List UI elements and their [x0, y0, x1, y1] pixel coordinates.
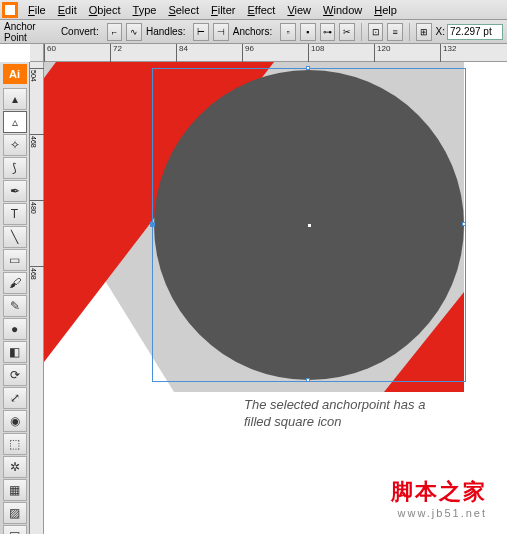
rotate-tool[interactable]: ⟳	[3, 364, 27, 386]
menu-filter[interactable]: Filter	[205, 2, 241, 18]
rectangle-tool[interactable]: ▭	[3, 249, 27, 271]
handles-hide-button[interactable]: ⊣	[213, 23, 229, 41]
anchors-add-button[interactable]: ▪	[300, 23, 316, 41]
align-button[interactable]: ≡	[387, 23, 403, 41]
separator	[361, 23, 362, 41]
menu-help[interactable]: Help	[368, 2, 403, 18]
convert-label: Convert:	[61, 26, 99, 37]
ruler-tick: 468	[30, 134, 44, 148]
anchor-point[interactable]	[306, 66, 310, 70]
anchor-point[interactable]	[462, 222, 466, 226]
convert-smooth-button[interactable]: ∿	[126, 23, 142, 41]
menu-edit[interactable]: Edit	[52, 2, 83, 18]
caption-text: The selected anchorpoint has a filled sq…	[244, 397, 425, 431]
ruler-tick: 84	[176, 44, 188, 62]
type-tool[interactable]: T	[3, 203, 27, 225]
mesh-tool[interactable]: ▨	[3, 502, 27, 524]
x-input[interactable]	[447, 24, 503, 40]
menu-window[interactable]: Window	[317, 2, 368, 18]
menu-file[interactable]: File	[22, 2, 52, 18]
graph-tool[interactable]: ▦	[3, 479, 27, 501]
ruler-tick: 72	[110, 44, 122, 62]
anchors-label: Anchors:	[233, 26, 272, 37]
line-tool[interactable]: ╲	[3, 226, 27, 248]
app-logo-icon	[2, 2, 18, 18]
horizontal-ruler[interactable]: 60728496108120132	[44, 44, 507, 62]
free-transform-tool[interactable]: ⬚	[3, 433, 27, 455]
ruler-tick: 120	[374, 44, 390, 62]
selection-tool[interactable]: ▴	[3, 88, 27, 110]
toolbox: Ai ▴▵✧⟆✒T╲▭🖌✎●◧⟳⤢◉⬚✲▦▨▤💧◗	[0, 62, 30, 534]
ruler-tick: 96	[242, 44, 254, 62]
separator	[409, 23, 410, 41]
anchor-point-selected[interactable]	[150, 222, 155, 227]
scale-tool[interactable]: ⤢	[3, 387, 27, 409]
handles-show-button[interactable]: ⊢	[193, 23, 209, 41]
anchor-point[interactable]	[306, 378, 310, 382]
reference-point-button[interactable]: ⊞	[416, 23, 432, 41]
ruler-tick: 480	[30, 200, 44, 214]
magic-wand-tool[interactable]: ✧	[3, 134, 27, 156]
caption-line: filled square icon	[244, 414, 425, 431]
eraser-tool[interactable]: ◧	[3, 341, 27, 363]
artboard	[44, 62, 464, 392]
anchors-remove-button[interactable]: ▫	[280, 23, 296, 41]
vertical-ruler[interactable]: 504468480468	[30, 62, 44, 534]
direct-selection-tool[interactable]: ▵	[3, 111, 27, 133]
pen-tool[interactable]: ✒	[3, 180, 27, 202]
control-bar: Anchor Point Convert: ⌐ ∿ Handles: ⊢ ⊣ A…	[0, 20, 507, 44]
watermark: 脚本之家 www.jb51.net	[391, 477, 487, 519]
ruler-origin[interactable]	[30, 44, 44, 62]
pencil-tool[interactable]: ✎	[3, 295, 27, 317]
watermark-url: www.jb51.net	[391, 507, 487, 519]
menu-type[interactable]: Type	[127, 2, 163, 18]
anchors-connect-button[interactable]: ⊶	[320, 23, 336, 41]
convert-corner-button[interactable]: ⌐	[107, 23, 123, 41]
menubar: FileEditObjectTypeSelectFilterEffectView…	[0, 0, 507, 20]
ai-badge-icon: Ai	[3, 64, 27, 84]
blob-brush-tool[interactable]: ●	[3, 318, 27, 340]
control-mode-label: Anchor Point	[4, 21, 53, 43]
isolate-button[interactable]: ⊡	[368, 23, 384, 41]
ruler-tick: 504	[30, 68, 44, 82]
gradient-tool[interactable]: ▤	[3, 525, 27, 534]
warp-tool[interactable]: ◉	[3, 410, 27, 432]
ruler-tick: 60	[44, 44, 56, 62]
menu-view[interactable]: View	[281, 2, 317, 18]
x-label: X:	[436, 26, 445, 37]
menu-effect[interactable]: Effect	[241, 2, 281, 18]
ruler-tick: 108	[308, 44, 324, 62]
watermark-text: 脚本之家	[391, 477, 487, 507]
lasso-tool[interactable]: ⟆	[3, 157, 27, 179]
menu-select[interactable]: Select	[162, 2, 205, 18]
handles-label: Handles:	[146, 26, 185, 37]
menu-object[interactable]: Object	[83, 2, 127, 18]
anchors-cut-button[interactable]: ✂	[339, 23, 355, 41]
ruler-tick: 468	[30, 266, 44, 280]
center-point-icon	[308, 224, 311, 227]
ruler-tick: 132	[440, 44, 456, 62]
symbol-sprayer-tool[interactable]: ✲	[3, 456, 27, 478]
paintbrush-tool[interactable]: 🖌	[3, 272, 27, 294]
canvas[interactable]: The selected anchorpoint has a filled sq…	[44, 62, 507, 534]
caption-line: The selected anchorpoint has a	[244, 397, 425, 414]
